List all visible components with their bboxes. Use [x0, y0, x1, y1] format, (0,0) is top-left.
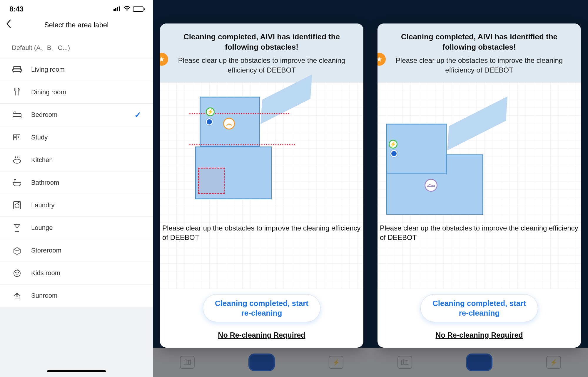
box-icon — [12, 245, 22, 256]
cutlery-icon — [12, 87, 22, 97]
svg-point-4 — [126, 9, 128, 11]
sofa-icon — [12, 64, 22, 75]
cleaning-result-modal: ★ Cleaning completed, AIVI has identifie… — [377, 23, 581, 348]
charger-icon: ⚡ — [206, 107, 215, 116]
room-item-dining-room[interactable]: Dining room — [0, 81, 153, 104]
room-item-sunroom[interactable]: Sunroom — [0, 285, 153, 307]
default-option[interactable]: Default (A、B、C...) — [0, 38, 153, 58]
svg-point-22 — [19, 202, 19, 203]
panel-cleaning-result-a: ‹ Office T8 AIVI ••• ⚡ ★ Cleaning comple… — [153, 0, 370, 377]
room-label: Storeroom — [31, 247, 141, 254]
battery-icon — [133, 6, 143, 12]
room-item-kitchen[interactable]: Kitchen — [0, 149, 153, 171]
panel-cleaning-result-b: ‹ Office T8 AIVI ••• ⚡ ★ Cleaning comple… — [370, 0, 588, 377]
modal-actions: Cleaning completed, start re-cleaning No… — [377, 289, 581, 348]
modal-subtitle: Please clear up the obstacles to improve… — [171, 56, 353, 75]
no-go-zone — [198, 168, 225, 194]
room-item-bathroom[interactable]: Bathroom — [0, 171, 153, 194]
room-label: Bathroom — [31, 179, 141, 186]
reclean-button[interactable]: Cleaning completed, start re-cleaning — [203, 294, 320, 322]
room-list: Living room Dining room Bedroom ✓ Study — [0, 58, 153, 307]
map-area[interactable]: ⚡ Please clear up the obstacles to impro… — [377, 83, 581, 289]
map-hallway — [447, 96, 507, 150]
room-label: Kitchen — [31, 156, 141, 164]
map-caption: Please clear up the obstacles to improve… — [162, 223, 361, 243]
svg-rect-3 — [119, 6, 120, 11]
room-item-study[interactable]: Study — [0, 126, 153, 149]
room-label: Laundry — [31, 201, 141, 209]
svg-point-17 — [14, 159, 21, 163]
house-sun-icon — [12, 290, 22, 301]
status-bar: 8:43 — [0, 0, 153, 16]
status-icons — [113, 6, 143, 12]
map-room-lower — [386, 174, 483, 215]
washer-icon — [12, 200, 22, 211]
modal-title: Cleaning completed, AIVI has identified … — [388, 32, 570, 52]
room-label: Lounge — [31, 224, 141, 232]
charger-icon: ⚡ — [389, 140, 397, 149]
robot-position-icon — [206, 118, 213, 125]
bottom-fill — [0, 307, 153, 377]
panel-select-area: 8:43 Select the area label Default (A、B、… — [0, 0, 153, 377]
svg-rect-5 — [14, 66, 21, 70]
status-time: 8:43 — [9, 5, 24, 13]
bed-icon — [12, 110, 22, 120]
star-badge-icon: ★ — [377, 53, 386, 65]
robot-position-icon — [390, 150, 397, 157]
svg-rect-0 — [113, 9, 115, 11]
room-label: Dining room — [31, 88, 141, 96]
map-caption: Please clear up the obstacles to improve… — [380, 223, 579, 243]
modal-title: Cleaning completed, AIVI has identified … — [171, 32, 353, 52]
svg-rect-9 — [13, 114, 21, 117]
baby-icon — [12, 268, 22, 278]
room-label: Bedroom — [31, 111, 134, 119]
room-item-living-room[interactable]: Living room — [0, 58, 153, 81]
check-icon: ✓ — [134, 110, 141, 120]
cleaning-result-modal: ★ Cleaning completed, AIVI has identifie… — [160, 23, 363, 348]
map-area[interactable]: ⚡ ෴ Please clear up the obstacles to imp… — [160, 83, 363, 289]
modal-header: ★ Cleaning completed, AIVI has identifie… — [377, 23, 581, 83]
map-room-upper — [386, 124, 447, 174]
svg-rect-1 — [115, 8, 116, 11]
room-label: Sunroom — [31, 292, 141, 299]
star-badge-icon: ★ — [160, 53, 168, 65]
book-icon — [12, 132, 22, 143]
virtual-wall — [189, 144, 295, 145]
map-room-notch — [446, 154, 483, 174]
no-reclean-link[interactable]: No Re-cleaning Required — [389, 331, 569, 339]
cocktail-icon — [12, 223, 22, 233]
modal-header: ★ Cleaning completed, AIVI has identifie… — [160, 23, 363, 83]
svg-rect-6 — [13, 69, 21, 72]
obstacle-shoe-icon[interactable] — [425, 179, 437, 192]
no-reclean-link[interactable]: No Re-cleaning Required — [172, 331, 352, 339]
svg-point-21 — [15, 204, 19, 208]
virtual-wall — [189, 113, 289, 114]
svg-point-26 — [16, 272, 16, 273]
room-label: Kids room — [31, 269, 141, 277]
obstacle-tangle-icon[interactable]: ෴ — [223, 118, 235, 129]
svg-point-25 — [14, 270, 20, 277]
home-indicator[interactable] — [47, 370, 106, 372]
room-item-storeroom[interactable]: Storeroom — [0, 239, 153, 262]
modal-subtitle: Please clear up the obstacles to improve… — [388, 56, 570, 75]
bathtub-icon — [12, 177, 22, 188]
svg-rect-2 — [117, 7, 118, 11]
room-item-bedroom[interactable]: Bedroom ✓ — [0, 104, 153, 126]
signal-icon — [113, 6, 121, 12]
header-row: Select the area label — [0, 16, 153, 38]
page-title: Select the area label — [6, 21, 147, 29]
svg-point-27 — [18, 272, 19, 273]
modal-actions: Cleaning completed, start re-cleaning No… — [160, 289, 363, 348]
pot-icon — [12, 155, 22, 165]
svg-rect-10 — [14, 112, 16, 114]
room-item-lounge[interactable]: Lounge — [0, 217, 153, 239]
room-item-kids-room[interactable]: Kids room — [0, 262, 153, 285]
room-label: Study — [31, 134, 141, 141]
room-item-laundry[interactable]: Laundry — [0, 194, 153, 217]
room-label: Living room — [31, 66, 141, 73]
reclean-button[interactable]: Cleaning completed, start re-cleaning — [420, 294, 538, 322]
wifi-icon — [123, 6, 131, 12]
